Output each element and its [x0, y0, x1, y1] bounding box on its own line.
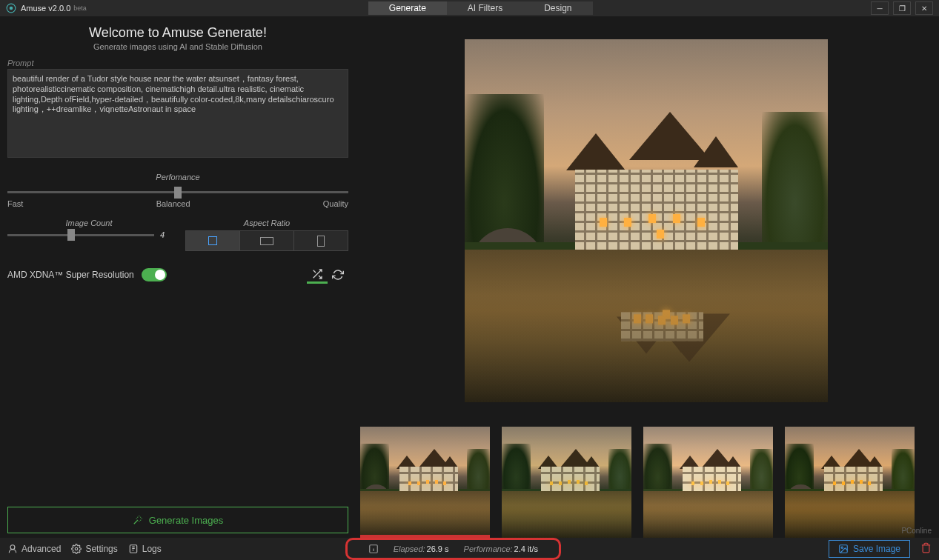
thumbnail-1[interactable]: [360, 427, 490, 538]
thumbnail-4[interactable]: [785, 427, 915, 538]
main-tabs: Generate AI Filters Design: [368, 1, 593, 15]
sliders-icon: [7, 544, 18, 554]
controls-panel: Welcome to Amuse Generate! Generate imag…: [0, 16, 356, 538]
perf-fast-label: Fast: [7, 199, 23, 208]
aspect-portrait-button[interactable]: [294, 231, 348, 250]
aspect-square-button[interactable]: [186, 231, 240, 250]
thumbnail-2[interactable]: [502, 427, 631, 538]
tab-design[interactable]: Design: [523, 1, 592, 15]
super-resolution-label: AMD XDNA™ Super Resolution: [7, 270, 134, 280]
main-preview: [360, 22, 932, 419]
generate-button-label: Generate Images: [149, 515, 223, 526]
refresh-icon: [332, 269, 344, 281]
save-image-button[interactable]: Save Image: [829, 540, 910, 558]
perf-quality-label: Quality: [323, 199, 348, 208]
magic-wand-icon: [133, 515, 143, 525]
image-count-slider[interactable]: [7, 234, 154, 236]
shuffle-button[interactable]: [307, 266, 328, 284]
image-count-value: 4: [160, 230, 170, 239]
shuffle-icon: [311, 268, 323, 280]
save-icon: [838, 544, 849, 554]
thumbnail-3[interactable]: [643, 427, 773, 538]
title-bar: Amuse v2.0.0 beta Generate AI Filters De…: [0, 0, 939, 16]
image-count-label: Image Count: [7, 219, 170, 227]
prompt-label: Prompt: [7, 59, 348, 67]
info-icon: [368, 544, 379, 554]
trash-icon: [920, 542, 932, 553]
app-title: Amuse v2.0.0: [21, 4, 70, 13]
tab-ai-filters[interactable]: AI Filters: [447, 1, 523, 15]
delete-button[interactable]: [920, 542, 932, 556]
logs-button[interactable]: Logs: [128, 544, 162, 554]
advanced-button[interactable]: Advanced: [7, 544, 61, 554]
svg-point-1: [10, 7, 13, 10]
thumbnail-strip: [360, 427, 932, 538]
aspect-landscape-button[interactable]: [240, 231, 294, 250]
elapsed-label: Elapsed:: [394, 544, 425, 553]
perf-stat-value: 2.4 it/s: [514, 544, 538, 553]
window-close-button[interactable]: ✕: [915, 1, 933, 15]
elapsed-value: 26.9 s: [427, 544, 449, 553]
square-icon: [208, 236, 217, 245]
refresh-button[interactable]: [328, 266, 348, 284]
svg-point-7: [841, 547, 843, 548]
gear-icon: [71, 544, 82, 554]
perf-stat-label: Performance:: [464, 544, 513, 553]
app-logo-icon: [6, 3, 16, 13]
performance-label: Perfomance: [156, 173, 199, 181]
stats-callout: Elapsed:26.9 s Performance:2.4 it/s: [345, 538, 561, 560]
svg-point-2: [10, 545, 15, 550]
preview-panel: [356, 16, 939, 538]
welcome-title: Welcome to Amuse Generate!: [7, 25, 348, 41]
super-resolution-toggle[interactable]: [142, 268, 167, 281]
settings-button[interactable]: Settings: [71, 544, 117, 554]
app-tag: beta: [73, 4, 87, 12]
generate-images-button[interactable]: Generate Images: [7, 507, 348, 533]
window-minimize-button[interactable]: ─: [871, 1, 889, 15]
perf-balanced-label: Balanced: [156, 199, 190, 208]
landscape-icon: [260, 237, 273, 245]
preview-image[interactable]: [465, 39, 828, 402]
aspect-ratio-label: Aspect Ratio: [185, 219, 348, 227]
welcome-header: Welcome to Amuse Generate! Generate imag…: [7, 25, 348, 51]
logs-icon: [128, 544, 139, 554]
window-maximize-button[interactable]: ❐: [893, 1, 911, 15]
watermark: PConline: [901, 527, 932, 535]
prompt-input[interactable]: [7, 69, 348, 158]
tab-generate[interactable]: Generate: [368, 1, 447, 15]
portrait-icon: [317, 236, 325, 247]
performance-slider[interactable]: [7, 191, 348, 193]
status-bar: Advanced Settings Logs Elapsed:26.9 s Pe…: [0, 538, 939, 560]
svg-point-3: [76, 547, 79, 550]
welcome-subtitle: Generate images using AI and Stable Diff…: [7, 42, 348, 51]
